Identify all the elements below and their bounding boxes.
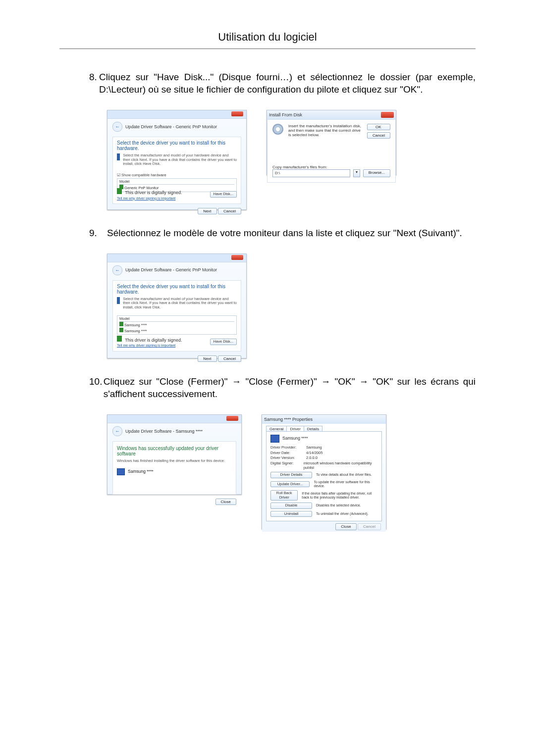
disc-icon [272, 124, 283, 135]
cancel-button[interactable]: Cancel [218, 355, 241, 362]
step-text: Cliquez sur "Have Disk..." (Disque fourn… [99, 71, 476, 96]
step-text: Sélectionnez le modèle de votre moniteur… [107, 227, 462, 240]
step-number: 10. [89, 375, 104, 401]
floppy-icon [117, 153, 120, 160]
tab-details[interactable]: Details [304, 426, 322, 431]
dialog-title: Install From Disk [269, 112, 302, 117]
signing-help-link[interactable]: Tell me why driver signing is important [117, 344, 175, 347]
have-disk-button[interactable]: Have Disk... [210, 191, 237, 198]
driver-details-desc: To view details about the driver files. [316, 473, 372, 477]
device-name: Samsung **** [128, 469, 154, 474]
update-driver-button[interactable]: Update Driver... [270, 481, 310, 488]
signed-label: This driver is digitally signed. [125, 190, 182, 195]
uninstall-button[interactable]: Uninstall [270, 511, 312, 517]
step-number: 9. [89, 227, 107, 240]
roll-back-driver-desc: If the device fails after updating the d… [302, 492, 377, 500]
model-header: Model [119, 180, 234, 185]
provider-label: Driver Provider: [270, 446, 306, 450]
close-icon[interactable] [381, 112, 394, 118]
step-8-screenshots: ← Update Driver Software - Generic PnP M… [107, 110, 476, 210]
model-item-1[interactable]: Samsung **** [124, 323, 147, 327]
roll-back-driver-button[interactable]: Roll Back Driver [270, 490, 298, 501]
uninstall-desc: To uninstall the driver (Advanced). [316, 512, 369, 516]
dialog-message: Insert the manufacturer's installation d… [288, 124, 362, 139]
disable-desc: Disables the selected device. [316, 504, 361, 507]
close-icon[interactable] [231, 255, 243, 260]
shield-icon [117, 336, 122, 342]
dialog-title: Update Driver Software - Generic PnP Mon… [125, 267, 217, 272]
version-value: 2.0.0.0 [306, 456, 318, 460]
title-separator [59, 49, 476, 49]
dialog-update-driver-model: ← Update Driver Software - Generic PnP M… [107, 253, 247, 358]
dialog-heading: Select the device driver you want to ins… [117, 140, 237, 151]
signed-label: This driver is digitally signed. [125, 338, 182, 343]
tab-general[interactable]: General [266, 426, 287, 431]
step-8: 8. Cliquez sur "Have Disk..." (Disque fo… [89, 71, 476, 96]
have-disk-button[interactable]: Have Disk... [210, 339, 237, 345]
shield-icon [119, 328, 123, 332]
chevron-down-icon[interactable]: ▾ [353, 169, 360, 177]
step-10-screenshots: ← Update Driver Software - Samsung **** … [107, 414, 476, 529]
back-icon[interactable]: ← [112, 265, 122, 275]
dialog-note: Select the manufacturer and model of you… [123, 153, 237, 166]
step-10: 10. Cliquez sur "Close (Fermer)" → "Clos… [89, 375, 476, 401]
signing-help-link[interactable]: Tell me why driver signing is important [117, 197, 175, 200]
model-item-2[interactable]: Samsung **** [124, 329, 147, 333]
date-label: Driver Date: [270, 451, 306, 455]
close-icon[interactable] [226, 416, 238, 421]
steps-list: 8. Cliquez sur "Have Disk..." (Disque fo… [59, 71, 476, 529]
path-combobox[interactable]: D:\ [272, 169, 350, 177]
dialog-title: Update Driver Software - Samsung **** [125, 429, 203, 434]
provider-value: Samsung [306, 446, 322, 450]
step-9: 9. Sélectionnez le modèle de votre monit… [89, 227, 476, 240]
back-icon[interactable]: ← [112, 426, 122, 436]
disable-button[interactable]: Disable [270, 503, 312, 509]
dialog-device-properties: Samsung **** Properties General Driver D… [262, 414, 386, 529]
step-text: Cliquez sur "Close (Fermer)" → "Close (F… [104, 375, 476, 401]
show-compatible-label: Show compatible hardware [121, 173, 166, 177]
dialog-title: Update Driver Software - Generic PnP Mon… [125, 124, 217, 129]
step-number: 8. [89, 71, 99, 96]
dialog-update-success: ← Update Driver Software - Samsung **** … [107, 414, 242, 495]
device-name: Samsung **** [282, 436, 308, 441]
next-button[interactable]: Next [198, 208, 216, 214]
step-9-screenshots: ← Update Driver Software - Generic PnP M… [107, 253, 476, 358]
dialog-update-driver-generic: ← Update Driver Software - Generic PnP M… [107, 110, 247, 210]
cancel-button[interactable]: Cancel [367, 132, 390, 139]
dialog-note: Select the manufacturer and model of you… [123, 297, 237, 310]
close-button[interactable]: Close [215, 499, 236, 505]
shield-icon [119, 322, 123, 326]
dialog-install-from-disk: Install From Disk Insert the manufacture… [267, 110, 396, 175]
driver-details-button[interactable]: Driver Details [270, 472, 312, 478]
date-value: 4/14/2005 [306, 451, 322, 455]
monitor-icon [270, 435, 279, 443]
ok-button[interactable]: OK [367, 124, 390, 130]
cancel-button: Cancel [358, 523, 381, 530]
monitor-icon [117, 468, 125, 475]
floppy-icon [117, 297, 120, 304]
success-heading: Windows has successfully updated your dr… [117, 446, 232, 457]
success-note: Windows has finished installing the driv… [117, 459, 232, 463]
copy-from-label: Copy manufacturer's files from: [272, 165, 390, 169]
next-button[interactable]: Next [198, 355, 216, 362]
tab-driver[interactable]: Driver [286, 426, 304, 431]
page-title: Utilisation du logiciel [59, 30, 476, 49]
show-compatible-checkbox[interactable]: ☑ [117, 173, 121, 177]
version-label: Driver Version: [270, 456, 306, 460]
model-header: Model [119, 317, 234, 322]
dialog-heading: Select the device driver you want to ins… [117, 284, 237, 295]
signer-label: Digital Signer: [270, 461, 304, 470]
cancel-button[interactable]: Cancel [218, 208, 241, 214]
update-driver-desc: To update the driver software for this d… [314, 480, 377, 488]
close-icon[interactable] [231, 111, 243, 116]
back-icon[interactable]: ← [112, 122, 122, 132]
document-page: Utilisation du logiciel 8. Cliquez sur "… [0, 0, 535, 756]
close-button[interactable]: Close [335, 523, 356, 530]
shield-icon [117, 188, 122, 194]
dialog-title: Samsung **** Properties [264, 417, 313, 422]
browse-button[interactable]: Browse... [363, 169, 390, 177]
signer-value: microsoft windows hardware compatibility… [304, 461, 377, 470]
